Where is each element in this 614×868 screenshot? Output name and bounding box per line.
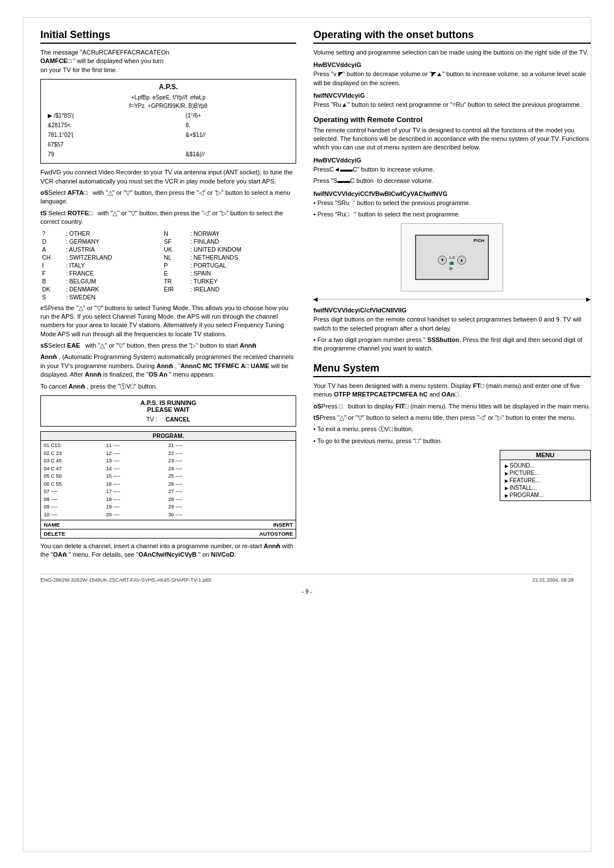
list-item: PROGRAM...	[505, 491, 586, 499]
menu-items-list: SOUND... PICTURE... FEATURE... INSTALL..…	[500, 460, 590, 500]
aps-content: +LpfBp. eSpeE. f/Yp//f. efwLp f=YPz. +GP…	[47, 93, 290, 160]
onset-sub2-head: fwifNVCVVIdcyiG	[313, 92, 591, 99]
remote-sub2-line1: • Press "SRu " button to select the prev…	[313, 199, 591, 207]
table-row: I: ITALYP: PORTUGAL	[40, 261, 296, 269]
onset-sub2-text: Press "Ru▲" button to select next progra…	[313, 101, 591, 109]
tv-screen: P/CH ▼ I–II 📺 ⊞ ▲	[415, 235, 489, 280]
table-row: 67$57	[48, 140, 289, 149]
table-row: S: SWEDEN	[40, 293, 296, 301]
aps-title: A.P.S.	[47, 83, 290, 91]
footer-right: 21.01.2004, 08:28	[532, 577, 574, 583]
menu-box-title: MENU	[500, 450, 590, 460]
left-column: Initial Settings The message "ACRuRCAFEF…	[40, 29, 296, 562]
table-row: D: GERMANYSF: FINLAND	[40, 237, 296, 245]
menu-intro: Your TV has been designed with a menu sy…	[313, 382, 591, 399]
para1: FwdVG you connect Video Recorder to your…	[40, 168, 296, 186]
menu-step1: oSPress □ button to display FIT□ (main m…	[313, 402, 591, 411]
message-line1: The message "ACRuRCAFEFFACRACATEOn OAMFC…	[40, 48, 296, 74]
list-item: FEATURE...	[505, 477, 586, 484]
table-row: 79 &$1&(//	[48, 150, 289, 158]
aps-tv-line: TV : CANCEL	[47, 416, 290, 423]
right-column: Operating with the onset buttons Volume …	[313, 29, 591, 562]
step1: oSSelect AFTA□ with "△" or "▽" button, t…	[40, 189, 296, 206]
prog-footer: NAME INSERT	[41, 520, 296, 529]
list-item: SOUND...	[505, 462, 586, 469]
remote-intro: The remote control handset of your TV is…	[313, 126, 591, 152]
table-row: 781,1°02'( &+$11//	[48, 131, 289, 139]
onset-sub1-head: HwBVCVddcyiG	[313, 61, 591, 68]
menu-step2: tSPress "△" or "▽" button to select a me…	[313, 414, 591, 422]
nav-line	[318, 299, 586, 299]
table-row: CH: SWITZERLANDNL: NETHERLANDS	[40, 253, 296, 261]
aps-run-title: A.P.S. IS RUNNINGPLEASE WAIT	[47, 399, 290, 413]
delete-text: You can delete a channel, insert a chann…	[40, 542, 296, 560]
remote-sub2-head: fwifNVCVVIdcyiCCfVBwBICwfCyVACfwifNVG	[313, 190, 591, 197]
footer-left: ENG-2862W-3262W-1548UK-2SCART-FAV-SVHS-A…	[40, 577, 211, 583]
left-section-title: Initial Settings	[40, 29, 296, 44]
remote-sub3-text: Press digit buttons on the remote contro…	[313, 315, 591, 333]
aps-running-box: A.P.S. IS RUNNINGPLEASE WAIT TV : CANCEL	[40, 395, 296, 427]
remote-title: Operating with Remote Control	[313, 115, 591, 124]
page-number: - 9 -	[40, 589, 574, 595]
prog-grid: 01 C1S02 C 2303 C 4504 C 4705 C 5006 C 5…	[41, 441, 296, 520]
list-item: PICTURE...	[505, 469, 586, 477]
remote-sub1-line2: Press "S▬▬C button to decrease volume.	[313, 177, 591, 185]
table-row: F: FRANCEE: SPAIN	[40, 269, 296, 277]
table-row: A: AUSTRIAUK: UNITED KINDOM	[40, 245, 296, 253]
page-footer: ENG-2862W-3262W-1548UK-2SCART-FAV-SVHS-A…	[40, 574, 574, 583]
pch-label: P/CH	[474, 238, 484, 243]
remote-sub1-head: HwBVCVddcyiG	[313, 157, 591, 164]
tv-diagram: P/CH ▼ I–II 📺 ⊞ ▲	[401, 223, 503, 291]
prog-title: PROGRAM.	[41, 432, 296, 441]
table-row: DK: DENMARKEIR: IRELAND	[40, 285, 296, 293]
table-row: &28175< 8.	[48, 121, 289, 130]
step3: eSPress the "△" or "▽" buttons to select…	[40, 304, 296, 339]
prog-footer-2: DELETE AUTOSTORE	[41, 529, 296, 538]
menu-box: MENU SOUND... PICTURE... FEATURE... INST…	[500, 450, 591, 501]
menu-section-title: Menu System	[313, 362, 591, 377]
program-box: PROGRAM. 01 C1S02 C 2303 C 4504 C 4705 C…	[40, 431, 296, 539]
table-row: ▶ /$1*8S'( (1°/6+	[48, 111, 289, 120]
menu-bullet2: • To go to the previous menu, press "□" …	[313, 437, 591, 445]
country-table: ?: OTHERN: NORWAY D: GERMANYSF: FINLAND …	[40, 229, 296, 301]
annn-text: Annṅ , (Automatic Programming System) a…	[40, 353, 296, 379]
tv-btn-2: ▲	[457, 256, 466, 265]
remote-sub3-head: fwifNVCVVIdcyiC/cfVIdCNIIVIIG	[313, 307, 591, 314]
menu-bullet1: • To exit a menu, press ⓣV□ button.	[313, 425, 591, 433]
cancel-text: To cancel Annṅ , press the "ⓣV□" button…	[40, 382, 296, 391]
remote-sub2-line2: • Press "Ru□ " button to select the next…	[313, 210, 591, 219]
aps-box: A.P.S. +LpfBp. eSpeE. f/Yp//f. efwLp f=Y…	[40, 79, 296, 164]
remote-sub1-line1: PressC◄▬▬C" button to increase volume.	[313, 165, 591, 174]
table-row: B: BELGIUMTR: TURKEY	[40, 277, 296, 285]
page-container: Initial Settings The message "ACRuRCAFEF…	[23, 17, 591, 852]
step4: sSSelect EAE with "△" or "▽" button, the…	[40, 341, 296, 350]
aps-table: ▶ /$1*8S'( (1°/6+ &28175< 8. 781,1°02'( …	[47, 110, 290, 160]
list-item: INSTALL...	[505, 484, 586, 491]
onset-intro: Volume setting and programme selection c…	[313, 48, 591, 57]
right-section-title-1: Operating with the onset buttons	[313, 29, 591, 44]
onset-sub1-text: Press "v ◤" button to decrease volume or…	[313, 70, 591, 87]
tv-btn-1: ▼	[438, 256, 447, 265]
remote-sub3-bullet1: • For a two digit program number press "…	[313, 336, 591, 353]
table-row: ?: OTHERN: NORWAY	[40, 229, 296, 237]
step2: tS Select ROTFE□ with "△" or "▽" button,…	[40, 209, 296, 227]
prog-nav: ◀ ▶	[313, 296, 591, 302]
